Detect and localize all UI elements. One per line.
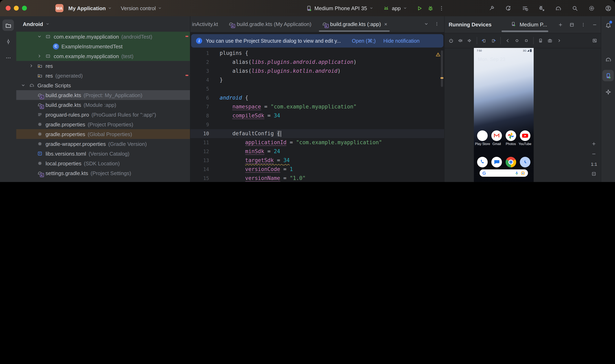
code-line: 7 namespace = "com.example.myapplication… <box>190 102 444 111</box>
project-tree-row[interactable]: settings.gradle.kts(Project Settings) <box>16 168 190 178</box>
vcs-change-marker <box>185 36 188 37</box>
app-photos[interactable]: Photos <box>504 130 518 146</box>
editor-scrollbar[interactable] <box>441 50 443 87</box>
project-tree-row[interactable]: com.example.myapplication(androidTest) <box>16 32 190 41</box>
profile-avatar-icon[interactable] <box>605 5 612 12</box>
google-lens-icon[interactable] <box>521 171 525 175</box>
project-tree-row[interactable]: ExampleInstrumentedTest <box>16 41 190 51</box>
zoom-out-icon[interactable] <box>592 152 597 157</box>
app-messages[interactable] <box>490 157 504 167</box>
device-settings-icon[interactable] <box>538 38 543 43</box>
minimize-window-button[interactable] <box>14 6 19 11</box>
device-power-icon[interactable] <box>449 38 453 43</box>
volume-down-icon[interactable] <box>467 38 472 43</box>
voice-search-icon[interactable] <box>515 171 519 175</box>
code-editor[interactable]: 1plugins {2 alias(libs.plugins.android.a… <box>190 49 444 182</box>
window-mode-icon[interactable] <box>569 22 574 27</box>
add-device-icon[interactable] <box>558 22 563 27</box>
project-tree: com.example.myapplication(androidTest)Ex… <box>16 32 190 178</box>
notification-hide-link[interactable]: Hide notification <box>383 38 420 44</box>
running-devices-tool-button[interactable] <box>602 70 614 81</box>
tab-list-dropdown-icon[interactable] <box>424 22 429 26</box>
notifications-bell-icon[interactable] <box>602 20 614 31</box>
project-tree-row[interactable]: Gradle Scripts <box>16 80 190 90</box>
project-tree-row[interactable]: com.example.myapplication(test) <box>16 51 190 61</box>
running-devices-panel: Running Devices Medium P... <box>445 16 601 182</box>
tab-build-gradle-project[interactable]: build.gradle.kts (My Application) <box>223 16 316 32</box>
running-devices-header: Running Devices Medium P... <box>445 16 601 33</box>
close-window-button[interactable] <box>6 6 11 11</box>
project-tree-row[interactable]: build.gradle.kts(Module :app) <box>16 100 190 110</box>
attach-debugger-icon[interactable] <box>538 5 545 12</box>
tree-item-label: gradle-wrapper.properties <box>46 141 106 147</box>
rerun-tasks-icon[interactable] <box>521 5 528 12</box>
warning-stripe-mark[interactable] <box>440 77 443 79</box>
project-tree-row[interactable]: gradle-wrapper.properties(Gradle Version… <box>16 139 190 149</box>
code-line: 8 compileSdk = 34 <box>190 111 444 120</box>
version-control-menu[interactable]: Version control <box>121 5 162 11</box>
app-play-store[interactable]: Play Store <box>476 130 490 146</box>
more-actions-chevron-icon[interactable] <box>557 38 562 43</box>
project-tree-row[interactable]: libs.versions.toml(Version Catalog) <box>16 149 190 158</box>
phone-signal-label: 3G <box>523 49 526 52</box>
zoom-window-button[interactable] <box>22 6 27 11</box>
tab-mainactivity[interactable]: inActivity.kt <box>190 16 223 32</box>
app-clock[interactable] <box>518 157 532 167</box>
nav-overview-icon[interactable] <box>524 38 529 43</box>
project-view-selector[interactable]: Android <box>16 16 190 32</box>
zoom-reset-icon[interactable] <box>592 171 597 177</box>
run-button[interactable] <box>416 5 423 12</box>
hide-panel-icon[interactable] <box>592 22 597 27</box>
gemini-tool-button[interactable] <box>602 86 614 98</box>
sync-translate-icon[interactable] <box>505 5 512 12</box>
emulator-screen[interactable]: 7:50 3G Mon, Sep 23 Play Store Gmail <box>474 48 534 182</box>
more-run-options-icon[interactable] <box>438 5 445 12</box>
project-tree-row[interactable]: gradle.properties(Project Properties) <box>16 119 190 129</box>
package-icon <box>45 53 51 59</box>
code-line: 9 <box>190 120 444 129</box>
project-tree-row[interactable]: res(generated) <box>16 71 190 80</box>
device-selector[interactable]: Medium Phone API 35 <box>306 5 374 11</box>
tree-item-label: res <box>46 63 53 69</box>
project-menu[interactable]: My Application <box>68 5 112 11</box>
more-tool-windows-icon[interactable] <box>2 52 14 63</box>
screenshot-icon[interactable] <box>547 38 552 43</box>
rotate-right-icon[interactable] <box>491 38 496 43</box>
project-tree-row[interactable]: proguard-rules.pro(ProGuard Rules for ":… <box>16 110 190 119</box>
editor-tab-bar: inActivity.kt build.gradle.kts (My Appli… <box>190 16 444 32</box>
tab-build-gradle-app[interactable]: build.gradle.kts (:app) × <box>316 16 392 32</box>
project-tree-row[interactable]: local.properties(SDK Location) <box>16 158 190 168</box>
nav-back-icon[interactable] <box>505 38 510 43</box>
search-everywhere-icon[interactable] <box>572 5 578 12</box>
screen-record-icon[interactable] <box>592 38 597 43</box>
device-tab-medium-phone[interactable]: Medium P... <box>511 22 547 28</box>
project-tree-row[interactable]: res <box>16 61 190 71</box>
close-tab-icon[interactable]: × <box>384 21 387 27</box>
code-line: 14 versionCode = 1 <box>190 165 444 174</box>
settings-icon[interactable] <box>588 5 595 12</box>
app-phone[interactable] <box>476 157 490 167</box>
zoom-level-label[interactable]: 1:1 <box>591 162 597 167</box>
volume-up-icon[interactable] <box>458 38 463 43</box>
project-tool-button[interactable] <box>2 20 14 31</box>
project-tree-row[interactable]: gradle.properties(Global Properties) <box>16 129 190 139</box>
app-chrome[interactable] <box>504 157 518 167</box>
google-search-bar[interactable] <box>479 169 528 177</box>
notification-open-link[interactable]: Open (⌘;) <box>352 38 376 44</box>
inspection-warning-icon[interactable] <box>436 51 440 58</box>
gradle-sync-icon[interactable] <box>555 5 562 12</box>
editor-options-icon[interactable] <box>434 22 439 26</box>
build-project-icon[interactable] <box>488 5 495 12</box>
rotate-left-icon[interactable] <box>482 38 486 43</box>
project-tree-row[interactable]: build.gradle.kts(Project: My_Application… <box>16 90 190 100</box>
app-gmail[interactable]: Gmail <box>490 130 504 146</box>
app-youtube[interactable]: YouTube <box>518 130 532 146</box>
debug-button[interactable] <box>427 5 434 12</box>
gradle-tool-button[interactable] <box>602 54 614 65</box>
panel-options-icon[interactable] <box>581 22 586 27</box>
run-configuration-selector[interactable]: app <box>383 5 407 11</box>
zoom-in-icon[interactable] <box>592 141 597 147</box>
nav-home-icon[interactable] <box>515 38 519 43</box>
gradle-kts-icon <box>37 92 43 98</box>
commit-tool-button[interactable] <box>2 36 14 47</box>
